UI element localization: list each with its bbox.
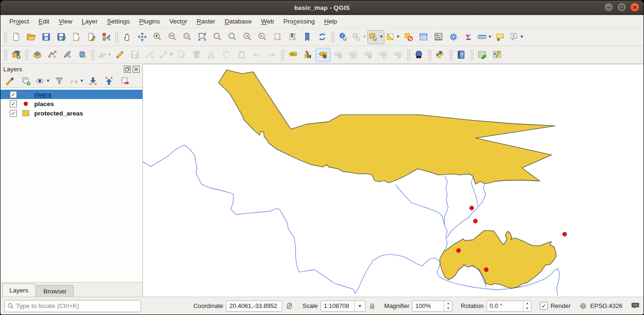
pan-to-selection-button[interactable] xyxy=(135,30,150,44)
save-project-button[interactable] xyxy=(38,30,53,44)
plugin-map-tool-1-button[interactable] xyxy=(475,48,490,62)
close-button[interactable] xyxy=(630,2,640,12)
manage-map-themes-button[interactable]: ▼ xyxy=(34,74,51,88)
show-layout-manager-button[interactable] xyxy=(83,30,98,44)
menu-help[interactable]: Help xyxy=(320,16,341,26)
menu-vector[interactable]: Vector xyxy=(165,16,191,26)
chevron-down-icon[interactable]: ▼ xyxy=(46,79,50,83)
new-shapefile-layer-button[interactable] xyxy=(45,48,60,62)
python-console-button[interactable] xyxy=(433,48,448,62)
zoom-to-layer-button[interactable] xyxy=(225,30,240,44)
processing-toolbox-button[interactable] xyxy=(446,30,461,44)
style-manager-button[interactable]: a xyxy=(98,30,113,44)
expand-all-button[interactable] xyxy=(86,74,101,88)
chevron-down-icon[interactable]: ▼ xyxy=(520,35,524,39)
chevron-down-icon[interactable]: ▼ xyxy=(396,35,400,39)
magnifier-spinbox[interactable]: 100% ▲▼ xyxy=(412,300,452,312)
zoom-in-button[interactable] xyxy=(150,30,165,44)
layer-row-protected_areas[interactable]: ✓protected_areas xyxy=(0,108,142,118)
tab-layers[interactable]: Layers xyxy=(2,284,36,297)
help-contents-button[interactable]: ? xyxy=(454,48,469,62)
zoom-out-button[interactable] xyxy=(165,30,180,44)
menu-project[interactable]: Project xyxy=(5,16,33,26)
new-spatial-bookmark-button[interactable] xyxy=(270,30,285,44)
menu-edit[interactable]: Edit xyxy=(34,16,53,26)
menu-raster[interactable]: Raster xyxy=(193,16,220,26)
zoom-full-extent-button[interactable] xyxy=(195,30,210,44)
new-project-button[interactable] xyxy=(8,30,23,44)
pan-map-button[interactable] xyxy=(120,30,135,44)
messages-icon[interactable] xyxy=(631,302,640,310)
select-features-button[interactable]: ▼ xyxy=(367,30,384,44)
statistical-summary-button[interactable]: Σ xyxy=(461,30,476,44)
mouse-extents-toggle-icon[interactable] xyxy=(285,301,294,310)
menu-plugins[interactable]: Plugins xyxy=(135,16,164,26)
toolbar-handle[interactable] xyxy=(281,49,284,61)
menu-settings[interactable]: Settings xyxy=(103,16,134,26)
chevron-down-icon[interactable]: ▼ xyxy=(362,35,367,39)
toggle-editing-button[interactable] xyxy=(112,48,127,62)
toolbar-handle[interactable] xyxy=(4,49,7,61)
panel-close-button[interactable] xyxy=(133,66,140,73)
measure-line-button[interactable]: ▼ xyxy=(476,30,493,44)
menu-database[interactable]: Database xyxy=(220,16,256,26)
toolbar-handle[interactable] xyxy=(91,49,94,61)
locator-search-input[interactable]: Type to locate (Ctrl+K) xyxy=(4,300,141,312)
show-spatial-bookmarks-button[interactable] xyxy=(285,30,300,44)
map-canvas[interactable] xyxy=(143,64,644,297)
zoom-to-selection-button[interactable] xyxy=(210,30,225,44)
refresh-map-button[interactable] xyxy=(315,30,329,44)
chevron-down-icon[interactable]: ▼ xyxy=(107,53,112,57)
field-calculator-button[interactable] xyxy=(431,30,446,44)
filter-legend-button[interactable] xyxy=(52,74,67,88)
layer-visibility-checkbox[interactable]: ✓ xyxy=(10,91,17,98)
layer-row-places[interactable]: ✓places xyxy=(0,99,142,108)
rotation-spinbox[interactable]: 0.0 ° ▲▼ xyxy=(487,300,532,312)
menu-layer[interactable]: Layer xyxy=(77,16,102,26)
text-annotation-button[interactable]: T▼ xyxy=(508,30,525,44)
toolbar-handle[interactable] xyxy=(25,49,28,61)
minimize-button[interactable] xyxy=(604,2,614,12)
menu-view[interactable]: View xyxy=(54,16,76,26)
zoom-native-resolution-button[interactable]: 1:1 xyxy=(180,30,195,44)
maximize-button[interactable] xyxy=(617,2,627,12)
coordinate-input[interactable]: 20.4061,-33.8952 xyxy=(226,300,282,312)
add-group-button[interactable] xyxy=(18,74,33,88)
zoom-last-button[interactable] xyxy=(240,30,255,44)
new-spatialite-layer-button[interactable] xyxy=(60,48,75,62)
chevron-down-icon[interactable]: ▼ xyxy=(80,79,84,83)
chevron-down-icon[interactable]: ▼ xyxy=(488,35,492,39)
select-features-by-value-button[interactable]: ▼ xyxy=(384,30,401,44)
toolbar-handle[interactable] xyxy=(115,31,118,43)
lock-scale-icon[interactable] xyxy=(368,302,376,310)
menu-web[interactable]: Web xyxy=(257,16,278,26)
save-project-as-button[interactable] xyxy=(53,30,68,44)
new-print-layout-button[interactable] xyxy=(68,30,83,44)
layer-diagram-options-button[interactable] xyxy=(300,48,315,62)
map-tips-button[interactable] xyxy=(493,30,508,44)
menu-processing[interactable]: Processing xyxy=(279,16,319,26)
toolbar-handle[interactable] xyxy=(331,31,334,43)
toolbar-handle[interactable] xyxy=(4,31,7,43)
metasearch-button[interactable] xyxy=(412,48,427,62)
titlebar[interactable]: basic_map - QGIS xyxy=(0,0,644,15)
tab-browser[interactable]: Browser xyxy=(37,285,74,297)
crs-status[interactable]: EPSG:4326 xyxy=(590,302,622,309)
show-bookmark-manager-button[interactable] xyxy=(300,30,315,44)
zoom-next-button[interactable] xyxy=(255,30,270,44)
layer-visibility-checkbox[interactable]: ✓ xyxy=(10,110,17,117)
open-project-button[interactable] xyxy=(23,30,38,44)
crs-globe-icon[interactable] xyxy=(579,302,587,310)
layer-labeling-options-button[interactable]: abc xyxy=(285,48,300,62)
open-data-source-manager-button[interactable] xyxy=(8,48,23,62)
remove-layer-group-button[interactable] xyxy=(118,74,133,88)
new-geopackage-layer-button[interactable] xyxy=(30,48,45,62)
toolbar-handle[interactable] xyxy=(470,49,473,61)
render-checkbox[interactable]: ✓ xyxy=(540,302,548,310)
filter-by-expression-button[interactable]: ε▼ xyxy=(68,74,85,88)
scale-combobox[interactable]: 1:108708 ▼ xyxy=(321,300,366,312)
new-virtual-layer-button[interactable] xyxy=(75,48,90,62)
layer-row-rivers[interactable]: ✓rivers xyxy=(0,90,142,99)
toolbar-handle[interactable] xyxy=(428,49,431,61)
collapse-all-button[interactable] xyxy=(102,74,117,88)
